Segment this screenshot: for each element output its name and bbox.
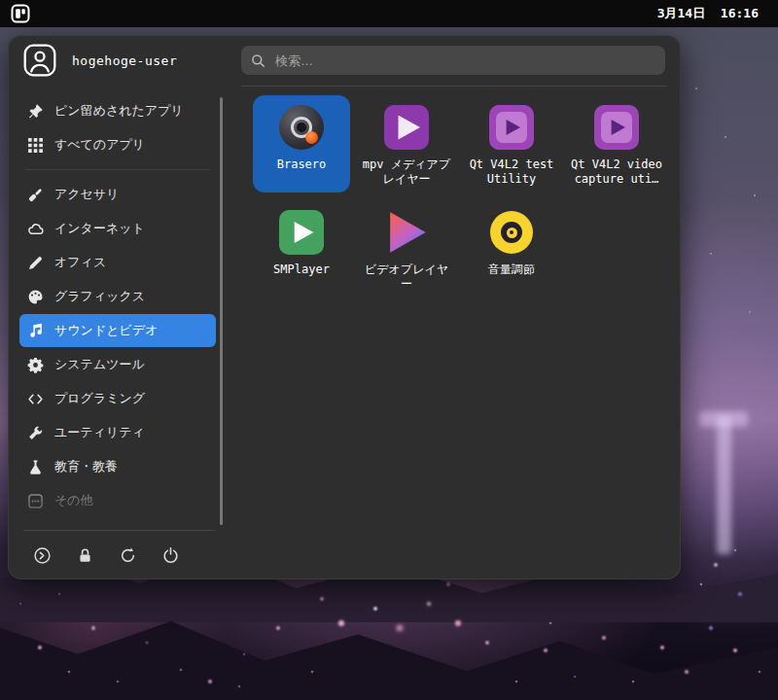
app-tile-brasero[interactable]: Brasero [253,95,350,192]
app-tile-mpv[interactable]: mpv メディアプレイヤー [358,95,455,192]
code-brackets-icon [27,391,44,407]
music-note-icon [27,323,44,339]
restart-icon [119,546,137,565]
sidebar-item-internet[interactable]: インターネット [19,212,216,245]
qt-v4l2-icon [593,104,640,151]
app-tile-volume-control[interactable]: 音量調節 [463,200,560,298]
restart-button[interactable] [115,542,140,568]
user-avatar-icon [23,44,56,77]
wrench-icon [27,425,44,441]
search-input[interactable] [273,52,655,69]
category-sidebar: ピン留めされたアプリ すべてのアプリ アクセサリ インターネット オ [16,93,220,572]
lock-button[interactable] [72,542,97,568]
wallpaper-glow-shape [717,416,731,554]
sidebar-item-accessories[interactable]: アクセサリ [19,178,216,211]
sidebar-item-sound-video[interactable]: サウンドとビデオ [19,314,216,347]
app-grid-area: Brasero mpv メディアプレイヤー [241,93,673,572]
app-tile-qt-v4l2-test[interactable]: Qt V4L2 test Utility [463,95,560,192]
app-menu-button[interactable] [10,3,31,24]
application-menu-panel: hogehoge-user ピン留めされたアプリ すべてのアプリ [8,35,681,579]
sidebar-item-all-apps[interactable]: すべてのアプリ [19,128,216,161]
username: hogehoge-user [72,53,177,68]
qt-v4l2-icon [488,104,535,151]
pen-icon [27,255,44,271]
gear-icon [27,357,44,373]
menu-header: hogehoge-user [8,35,681,86]
lock-icon [76,546,94,565]
brasero-disc-icon [278,104,325,151]
session-buttons [29,542,183,568]
flask-icon [27,459,44,475]
app-tile-video-player[interactable]: ビデオプレイヤー [358,200,455,298]
volume-speaker-icon [488,209,535,256]
sidebar-item-office[interactable]: オフィス [19,246,216,279]
app-tile-smplayer[interactable]: SMPlayer [253,200,350,298]
sidebar-item-system-tools[interactable]: システムツール [19,348,216,381]
grid-icon [27,137,44,154]
accessories-icon [27,187,44,203]
search-box[interactable] [241,46,665,75]
distro-logo-icon [11,4,30,23]
smplayer-icon [278,209,325,256]
sidebar-item-pinned-apps[interactable]: ピン留めされたアプリ [19,94,216,127]
sidebar-scrollbar[interactable] [220,97,223,525]
search-icon [251,53,265,68]
mpv-icon [383,104,430,151]
sidebar-item-other[interactable]: その他 [19,484,216,517]
video-player-icon [383,209,430,256]
pin-icon [27,103,44,120]
clock[interactable]: 3月14日 16:16 [657,5,759,22]
power-button[interactable] [158,542,183,568]
internet-cloud-icon [27,221,44,237]
header-separator [241,86,667,87]
sidebar-separator [25,169,210,170]
sidebar-item-education[interactable]: 教育・教養 [19,450,216,483]
other-category-icon [27,493,44,509]
flame-badge-icon [305,131,318,144]
sidebar-item-programming[interactable]: プログラミング [19,382,216,415]
sidebar-item-utilities[interactable]: ユーティリティ [19,416,216,449]
app-tile-qt-v4l2-capture[interactable]: Qt V4L2 video capture uti… [568,95,665,192]
session-separator [23,530,216,531]
power-icon [161,546,180,565]
palette-icon [27,289,44,305]
logout-button[interactable] [29,542,54,568]
app-grid: Brasero mpv メディアプレイヤー [241,93,673,305]
logout-icon [33,546,52,565]
sidebar-item-graphics[interactable]: グラフィックス [19,280,216,313]
top-bar: 3月14日 16:16 [0,0,778,27]
